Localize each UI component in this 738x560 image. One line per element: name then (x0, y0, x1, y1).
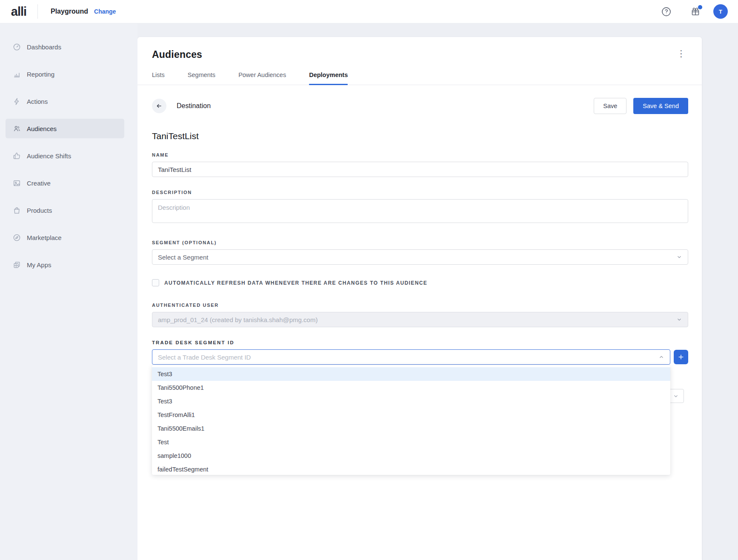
back-button[interactable] (152, 99, 166, 113)
tab-bar: Lists Segments Power Audiences Deploymen… (137, 71, 702, 85)
chevron-down-icon (676, 254, 682, 260)
tab-segments[interactable]: Segments (188, 71, 215, 85)
trade-desk-segment-placeholder: Select a Trade Desk Segment ID (158, 354, 251, 361)
description-label: DESCRIPTION (152, 190, 688, 195)
sidebar-item-dashboards[interactable]: Dashboards (6, 37, 124, 57)
bag-icon (12, 206, 21, 214)
gift-icon[interactable] (690, 6, 701, 17)
authenticated-user-select: amp_prod_01_24 (created by tanishka.shah… (152, 312, 688, 327)
sidebar-item-label: Reporting (27, 71, 54, 78)
tab-power-audiences[interactable]: Power Audiences (238, 71, 286, 85)
save-and-send-button[interactable]: Save & Send (633, 98, 688, 114)
plus-icon (678, 354, 684, 360)
kebab-menu-icon[interactable]: ⋮ (674, 49, 688, 58)
bar-chart-icon (12, 70, 21, 78)
segment-label: SEGMENT (OPTIONAL) (152, 240, 688, 245)
dropdown-option[interactable]: failedTestSegment (152, 463, 670, 475)
sidebar-item-creative[interactable]: Creative (6, 173, 124, 193)
tab-lists[interactable]: Lists (152, 71, 165, 85)
main-panel: Audiences ⋮ Lists Segments Power Audienc… (137, 37, 702, 560)
compass-icon (12, 233, 21, 242)
description-input[interactable] (152, 199, 688, 223)
name-label: NAME (152, 152, 688, 157)
trade-desk-segment-select[interactable]: Select a Trade Desk Segment ID (152, 349, 670, 365)
back-arrow-icon (156, 103, 163, 109)
auto-refresh-label[interactable]: AUTOMATICALLY REFRESH DATA WHENEVER THER… (164, 280, 427, 286)
sidebar-item-marketplace[interactable]: Marketplace (6, 228, 124, 247)
sidebar-item-label: My Apps (27, 261, 51, 269)
dropdown-option[interactable]: Test (152, 435, 670, 449)
top-header: alli Playground Change T (0, 0, 738, 23)
change-workspace-link[interactable]: Change (94, 8, 116, 15)
save-button[interactable]: Save (594, 98, 626, 114)
dropdown-option[interactable]: Tani5500Emails1 (152, 422, 670, 435)
sidebar-item-label: Audiences (27, 125, 57, 132)
thumbs-up-icon (12, 151, 21, 160)
lightning-icon (12, 97, 21, 106)
header-divider (37, 4, 38, 19)
gauge-icon (12, 43, 21, 51)
add-segment-button[interactable] (674, 350, 688, 364)
trade-desk-segment-id-label: TRADE DESK SEGMENT ID (152, 340, 688, 345)
chevron-down-icon (676, 317, 682, 323)
authenticated-user-label: AUTHENTICATED USER (152, 303, 688, 308)
destination-title: Destination (177, 102, 211, 110)
chevron-down-icon (673, 393, 679, 399)
segment-select[interactable]: Select a Segment (152, 249, 688, 265)
trade-desk-dropdown: Test3 Tani5500Phone1 Test3 TestFromAlli1… (152, 365, 670, 475)
segment-select-value: Select a Segment (158, 254, 208, 261)
alli-logo: alli (0, 5, 37, 19)
sidebar: Dashboards Reporting Actions Audiences A… (0, 23, 137, 560)
auto-refresh-checkbox[interactable] (152, 279, 159, 286)
sidebar-item-label: Creative (27, 180, 51, 187)
dropdown-option[interactable]: Test3 (152, 367, 670, 381)
sidebar-item-audiences[interactable]: Audiences (6, 119, 124, 138)
sidebar-item-label: Actions (27, 98, 48, 105)
chevron-up-icon (658, 354, 664, 360)
user-avatar[interactable]: T (713, 4, 728, 19)
image-icon (12, 179, 21, 187)
name-input[interactable] (152, 162, 688, 177)
dropdown-option[interactable]: TestFromAlli1 (152, 408, 670, 422)
dropdown-option[interactable]: sample1000 (152, 449, 670, 463)
sidebar-item-label: Dashboards (27, 43, 61, 51)
sidebar-item-reporting[interactable]: Reporting (6, 64, 124, 84)
authenticated-user-value: amp_prod_01_24 (created by tanishka.shah… (158, 316, 318, 323)
sidebar-item-label: Products (27, 207, 52, 214)
dropdown-option[interactable]: Test3 (152, 394, 670, 408)
page-title: Audiences (152, 49, 202, 60)
grid-icon (12, 260, 21, 269)
sidebar-item-audience-shifts[interactable]: Audience Shifts (6, 146, 124, 166)
notification-dot (698, 5, 702, 9)
sidebar-item-products[interactable]: Products (6, 200, 124, 220)
dropdown-option[interactable]: Tani5500Phone1 (152, 381, 670, 394)
sidebar-item-label: Audience Shifts (27, 152, 71, 160)
people-icon (12, 124, 21, 133)
sidebar-item-my-apps[interactable]: My Apps (6, 255, 124, 274)
workspace-name: Playground (51, 8, 88, 15)
sidebar-item-actions[interactable]: Actions (6, 91, 124, 111)
sidebar-item-label: Marketplace (27, 234, 62, 241)
deployment-name-heading: TaniTestList (152, 131, 688, 141)
help-icon[interactable] (661, 6, 672, 17)
tab-deployments[interactable]: Deployments (309, 71, 348, 85)
